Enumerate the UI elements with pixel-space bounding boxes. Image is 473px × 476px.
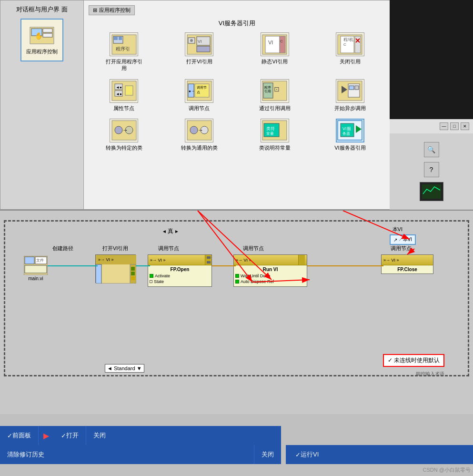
svg-text:C: C	[343, 42, 346, 47]
minimize-button[interactable]: —	[440, 122, 448, 130]
left-sidebar: 对话框与用户界 面 ✋ 应用程序控制	[0, 0, 84, 209]
true-label-nav: ◄ 真 ►	[162, 227, 179, 235]
open-vi-ref-label-diagram: 打开VI引用	[102, 245, 128, 252]
open-app-ref-label: 打开应用程序引用	[106, 58, 142, 72]
icon-svg	[337, 80, 363, 101]
default-text: 未连线时使用默认	[394, 357, 440, 364]
palette-item-close-ref[interactable]: 程/机 C 关闭引用	[315, 32, 385, 72]
static-vi-ref-icon: VI C	[261, 32, 289, 56]
close-button[interactable]: ✕	[461, 122, 469, 130]
svg-text:⊡: ⊡	[274, 85, 280, 93]
cast-specific-icon: →	[110, 119, 138, 142]
svg-text:点: 点	[197, 91, 200, 94]
bottom-menu-area: ✓ 前面板 ▶ ✓ 打开 关闭 清除修订历史 关闭 ✓ 运行VI	[0, 414, 473, 476]
open-vi-ref-node[interactable]: »→ VI »	[95, 254, 136, 283]
palette-item-open-vi-ref[interactable]: VI 打开VI引用	[164, 32, 234, 72]
svg-rect-33	[125, 86, 133, 95]
svg-text:◄●: ◄●	[116, 85, 122, 90]
sidebar-item-label[interactable]: 应用程序控制	[26, 48, 58, 55]
maximize-button[interactable]: □	[450, 122, 459, 130]
close-ref-label: 关闭引用	[340, 58, 361, 65]
help-tool-button[interactable]: ?	[424, 162, 439, 177]
menu-item-close2[interactable]: 关闭	[254, 445, 281, 464]
wire-open-to-fp	[136, 265, 150, 266]
close-label: 关闭	[93, 431, 106, 440]
svg-text:常量: 常量	[266, 132, 274, 136]
history-label: 清除修订历史	[7, 450, 44, 459]
ben-vi-node[interactable]: ↗ ↗本VI	[390, 234, 416, 245]
palette-item-cast-general[interactable]: → 转换为通用的类	[164, 119, 234, 151]
fp-close-header: »→ VI »	[382, 255, 433, 265]
async-call-label: 开始异步调用	[334, 105, 366, 111]
palette-item-vi-server-ref[interactable]: VI服 务器 VI服务器引用	[315, 119, 385, 151]
fp-open-node[interactable]: »→ VI » FP.Open Activate State	[148, 254, 212, 287]
svg-point-51	[115, 126, 122, 134]
nav-left-arrow[interactable]: ◄	[162, 229, 167, 234]
search-tool-button[interactable]: 🔍	[424, 142, 439, 157]
fp-close-node[interactable]: »→ VI » FP.Close	[381, 254, 433, 274]
palette-tab[interactable]: ⊞ 应用程序控制	[89, 5, 135, 15]
icon-svg: ●→ 调用节 点	[186, 80, 212, 101]
vi-server-ref-label: VI服务器引用	[334, 144, 365, 151]
fp-open-body: FP.Open Activate State	[148, 265, 211, 286]
main-vi-block[interactable]: 文件 main.vi	[24, 256, 48, 281]
property-node-label: 属性节点	[113, 105, 134, 111]
main-palette: ⊞ 应用程序控制 VI服务器引用 程序引 打开应用程序引用	[84, 0, 390, 209]
right-editor-area	[390, 0, 473, 119]
class-const-icon: 类符 常量	[261, 119, 289, 142]
svg-text:调用节: 调用节	[197, 86, 207, 89]
ben-vi-label: 本VI	[392, 226, 403, 233]
palette-item-property-node[interactable]: ◄● ◄● 属性节点	[89, 79, 159, 111]
open-label: 打开	[66, 431, 79, 440]
sidebar-icon-box[interactable]: ✋ 应用程序控制	[20, 19, 63, 61]
header-connector	[205, 255, 211, 265]
icon-svg: VI服 务器	[337, 120, 363, 141]
svg-text:→: →	[122, 127, 128, 133]
block-diagram-area: ◄ 真 ► 本VI ↗ ↗本VI 创建路径 文件 main.vi 打开VI引用 …	[0, 210, 473, 415]
app-control-icon: ✋	[28, 25, 56, 46]
call-node-label3-diagram: 调用节点	[391, 245, 412, 252]
svg-text:●→: ●→	[189, 89, 195, 93]
call-by-ref-icon: 程序 引用 ⊡	[261, 79, 289, 103]
call-node-icon: ●→ 调用节 点	[185, 79, 213, 103]
main-vi-icon: 文件	[24, 256, 48, 275]
palette-item-call-node[interactable]: ●→ 调用节 点 调用节点	[164, 79, 234, 111]
svg-text:引用: 引用	[264, 90, 271, 93]
svg-rect-7	[114, 37, 118, 40]
menu-item-close[interactable]: 关闭	[86, 426, 113, 445]
palette-item-class-const[interactable]: 类符 常量 类说明符常量	[240, 119, 310, 151]
svg-rect-3	[43, 33, 52, 37]
svg-text:VI: VI	[268, 40, 273, 45]
palette-item-cast-specific[interactable]: → 转换为特定的类	[89, 119, 159, 151]
default-box[interactable]: ✓ 未连线时使用默认	[383, 354, 444, 367]
standard-text: ◄ Standard ▼	[107, 365, 142, 371]
svg-rect-76	[96, 264, 101, 284]
palette-item-static-vi-ref[interactable]: VI C 静态VI引用	[240, 32, 310, 72]
run-vi-wait-port: Wait Until Done	[235, 273, 305, 278]
ben-vi-text: ↗本VI	[398, 236, 412, 243]
svg-point-12	[190, 39, 193, 42]
palette-item-async-call[interactable]: 开始异步调用	[315, 79, 385, 111]
run-vi-node[interactable]: »→ VI » Run VI Wait Until Done Auto Disp…	[233, 254, 307, 287]
menu-item-history[interactable]: 清除修订历史	[0, 445, 51, 464]
nav-right-arrow[interactable]: ►	[174, 229, 179, 234]
svg-point-55	[190, 126, 198, 134]
menu-item-fp[interactable]: ✓ 前面板	[0, 426, 39, 445]
vi-server-ref-icon: VI服 务器	[336, 119, 364, 142]
fp-open-fn-name: FP.Open	[150, 267, 210, 272]
palette-item-open-app-ref[interactable]: 程序引 打开应用程序引用	[89, 32, 159, 72]
open-vi-ref-icon: VI	[185, 32, 213, 56]
run-vi-button[interactable]: ✓ 运行VI	[286, 445, 473, 464]
menu-row-history: 清除修订历史 关闭	[0, 445, 281, 464]
svg-rect-78	[131, 267, 135, 271]
call-node-label2-diagram: 调用节点	[243, 245, 264, 252]
call-node-label: 调用节点	[189, 105, 210, 111]
icon-svg: 类符 常量	[262, 120, 288, 141]
vi-preview-icon	[422, 184, 441, 199]
standard-dropdown[interactable]: ◄ Standard ▼	[105, 364, 144, 373]
close2-label: 关闭	[262, 450, 274, 459]
icon-svg: →	[111, 120, 137, 141]
svg-rect-8	[119, 37, 122, 40]
palette-item-call-by-ref[interactable]: 程序 引用 ⊡ 通过引用调用	[240, 79, 310, 111]
menu-item-open[interactable]: ✓ 打开	[54, 426, 86, 445]
